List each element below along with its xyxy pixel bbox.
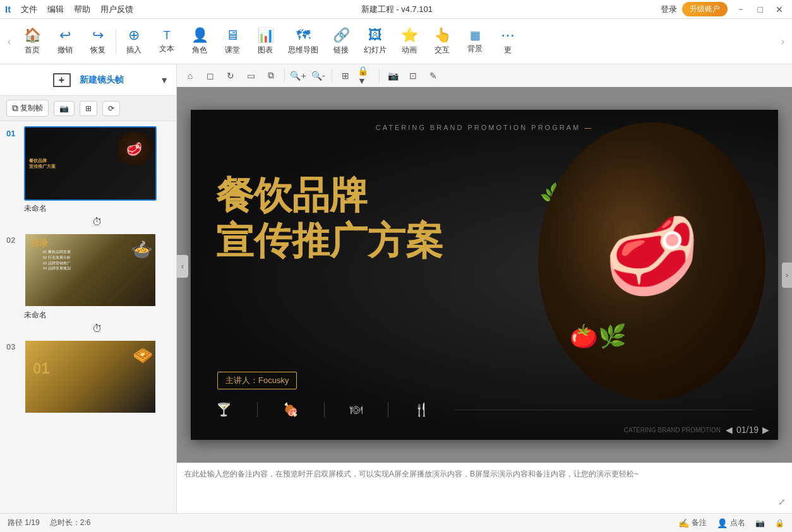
notes-btn[interactable]: ✍ 备注 [678,517,707,528]
slide-thumb-2[interactable]: 目录 01 餐饮品牌发展02 行业发展分析03 品牌营销推广04 品牌发展规划 … [24,233,157,307]
notes-area: ⤢ [177,463,792,513]
right-panel-collapse[interactable]: › [782,263,792,288]
rollcall-btn-label: 点名 [730,517,745,528]
login-button[interactable]: 登录 [661,4,677,15]
notes-icon: ✍ [678,518,689,528]
slide-title-line1: 餐饮品牌 [216,173,443,218]
canvas-align-btn[interactable]: ⊞ [337,68,354,84]
canvas-lock-btn[interactable]: 🔒▼ [357,68,374,84]
thumb3-food: 🧇 [133,346,153,365]
panel-collapse-button[interactable]: ‹ [177,255,188,278]
classroom-label: 课堂 [225,45,240,56]
canvas-home-btn[interactable]: ⌂ [182,68,198,84]
thumb3-content: 01 🧇 [25,341,155,413]
plus-icon: + [59,74,64,86]
canvas-copy-btn[interactable]: ◻ [202,68,219,84]
left-panel: + 新建镜头帧 ▼ ⧉ 复制帧 📷 ⊞ ⟳ 01 [0,64,177,513]
menu-feedback[interactable]: 用户反馈 [100,4,133,15]
slide-thumb-wrap-3: 01 🧇 [24,340,170,414]
slide-thumb-3[interactable]: 01 🧇 [24,340,157,414]
restore-button[interactable]: □ [754,4,767,15]
animation-label: 动画 [402,45,417,56]
canvas-rotate-btn[interactable]: ↻ [222,68,239,84]
canvas-zoom-out-btn[interactable]: 🔍- [310,68,327,84]
canvas-square-btn[interactable]: ▭ [243,68,259,84]
toolbar-interact[interactable]: 👆 交互 [426,23,459,59]
slide-inner-1: 餐饮品牌宣传推广方案 🥩 [25,127,155,199]
close-button[interactable]: ✕ [772,4,787,15]
new-frame-button[interactable]: + 新建镜头帧 ▼ [0,64,176,96]
toolbar-insert[interactable]: ⊕ 插入 [117,23,150,59]
menu-file[interactable]: 文件 [21,4,37,15]
duration-info: 总时长：2:6 [50,517,91,528]
toolbar-undo[interactable]: ↩ 撤销 [49,23,81,59]
classroom-icon: 🖥 [225,27,239,44]
notes-expand-button[interactable]: ⤢ [778,497,786,507]
slide-title-line2: 宣传推广方案 [216,218,443,264]
canvas-photo-btn[interactable]: 📷 [385,68,401,84]
toolbar-background[interactable]: ▦ 背景 [459,25,491,58]
dropdown-arrow-icon[interactable]: ▼ [160,75,169,85]
icon-menu: 🍽 [350,403,363,417]
next-slide-btn[interactable]: ▶ [762,425,769,435]
grid-button[interactable]: ⊞ [80,101,97,116]
toolbar-home[interactable]: 🏠 首页 [16,23,49,59]
toolbar-animation[interactable]: ⭐ 动画 [393,23,426,59]
link-icon: 🔗 [333,27,350,44]
bottom-divider [455,410,753,410]
redo-icon: ↪ [92,27,104,44]
canvas-zoom-in-btn[interactable]: 🔍+ [290,68,306,84]
thumb2-list: 01 餐饮品牌发展02 行业发展分析03 品牌营销推广04 品牌发展规划 [43,249,71,271]
camera-button[interactable]: 📷 [54,101,75,116]
thumb2-food: 🍲 [131,239,153,260]
title-bar: It 文件 编辑 帮助 用户反馈 新建工程 - v4.7.101 登录 升级账户… [0,0,792,19]
prev-slide-btn[interactable]: ◀ [726,425,733,435]
title-bar-right: 登录 升级账户 － □ ✕ [661,2,787,16]
record-btn[interactable]: 📷 [755,519,765,528]
slide-timer-2[interactable]: ⏱ [24,323,170,334]
insert-icon: ⊕ [128,27,140,44]
toolbar-redo[interactable]: ↪ 恢复 [81,23,114,59]
canvas-area: ⌂ ◻ ↻ ▭ ⧉ 🔍+ 🔍- ⊞ 🔒▼ 📷 ⊡ ✎ CATERING BRAN… [177,64,792,513]
minimize-button[interactable]: － [733,4,749,15]
background-icon: ▦ [470,28,481,42]
toolbar-more[interactable]: ⋯ 更 [491,23,524,59]
status-bar: 路径 1/19 总时长：2:6 ✍ 备注 👤 点名 📷 🔒 [0,513,792,532]
canvas-multi-btn[interactable]: ⧉ [263,68,279,84]
menu-edit[interactable]: 编辑 [47,4,64,15]
character-icon: 👤 [191,27,208,44]
toolbar-nav-left-arrow[interactable]: ‹ [5,33,13,50]
home-icon: 🏠 [24,27,41,44]
path-info: 路径 1/19 [8,517,40,528]
lock-icon: 🔒 [775,519,784,528]
canvas-wrapper[interactable]: CATERING BRAND PROMOTION PROGRAM 餐饮品牌 宣传… [177,87,792,463]
slideshow-icon: 🖼 [368,27,382,44]
status-bar-right: ✍ 备注 👤 点名 📷 🔒 [678,517,784,528]
toolbar-link[interactable]: 🔗 链接 [325,23,357,59]
slide-thumb-1[interactable]: 餐饮品牌宣传推广方案 🥩 [24,126,157,201]
rollcall-btn[interactable]: 👤 点名 [717,517,745,528]
toolbar-classroom[interactable]: 🖥 课堂 [216,23,249,59]
toolbar-mindmap[interactable]: 🗺 思维导图 [282,23,325,59]
icon-divider-3 [388,402,388,417]
slide-number-3: 03 [6,340,19,352]
path-button[interactable]: ⟳ [102,101,120,116]
toolbar-character[interactable]: 👤 角色 [183,23,216,59]
rollcall-icon: 👤 [717,518,728,528]
toolbar-slideshow[interactable]: 🖼 幻灯片 [357,23,393,59]
slide-presenter: 主讲人：Focusky [217,372,297,389]
slide-item-2: 02 目录 01 餐饮品牌发展02 行业发展分析03 品牌营销推广04 品牌发展… [6,233,170,334]
slide-timer-1[interactable]: ⏱ [24,216,170,228]
upgrade-button[interactable]: 升级账户 [682,2,728,16]
copy-frame-button[interactable]: ⧉ 复制帧 [6,100,49,117]
toolbar-text[interactable]: T 文本 [150,25,183,58]
lock-btn[interactable]: 🔒 [775,519,784,528]
toolbar-nav-right-arrow[interactable]: › [779,33,787,50]
canvas-edit-btn[interactable]: ✎ [425,68,441,84]
toolbar-chart[interactable]: 📊 图表 [249,23,282,59]
menu-help[interactable]: 帮助 [74,4,90,15]
canvas-toolbar: ⌂ ◻ ↻ ▭ ⧉ 🔍+ 🔍- ⊞ 🔒▼ 📷 ⊡ ✎ [177,64,792,87]
link-label: 链接 [333,45,349,56]
notes-input[interactable] [184,468,784,492]
canvas-frame-btn[interactable]: ⊡ [405,68,421,84]
